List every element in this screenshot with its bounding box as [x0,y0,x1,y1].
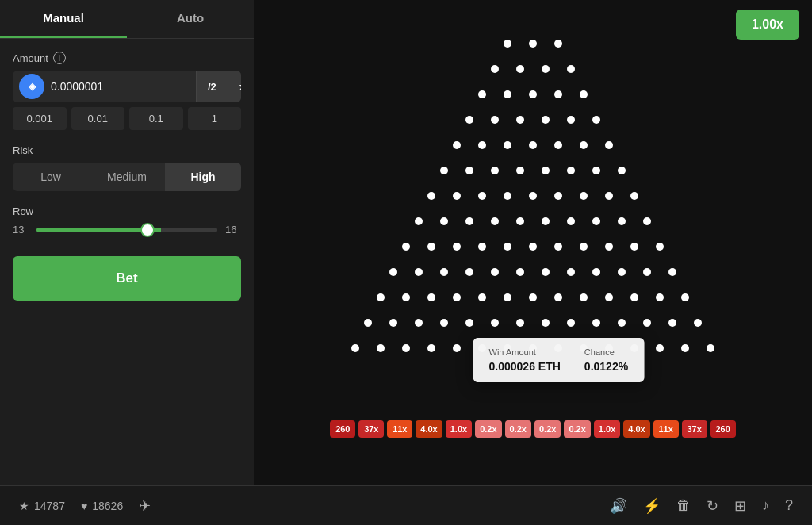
peg [402,243,410,251]
peg [605,293,613,301]
peg [504,40,511,48]
peg [580,141,588,149]
peg [542,65,550,73]
bucket-13[interactable]: 260 [710,420,736,438]
peg [478,293,486,301]
peg-row [465,116,600,124]
peg-row [440,167,626,174]
divide-btn[interactable]: /2 [196,71,228,102]
refresh-icon[interactable]: ↻ [707,497,718,515]
peg [516,116,524,124]
peg [630,293,638,301]
risk-medium[interactable]: Medium [89,163,165,191]
quick-amount-1[interactable]: 0.01 [71,107,125,130]
peg [491,116,499,124]
peg [681,293,689,301]
trash-icon[interactable]: 🗑 [676,497,691,514]
row-section: Row 13 16 [13,205,241,236]
peg [465,217,473,225]
peg [478,192,486,200]
peg [542,268,550,276]
bucket-3[interactable]: 4.0x [416,420,442,438]
peg [580,243,588,251]
risk-high[interactable]: High [165,163,241,191]
bucket-1[interactable]: 37x [358,420,384,438]
peg [516,268,524,276]
peg [542,319,550,327]
peg [364,319,372,327]
bucket-0[interactable]: 260 [330,420,355,438]
music-icon[interactable]: ♪ [762,497,769,514]
quick-amount-3[interactable]: 1 [188,107,242,130]
grid-icon[interactable]: ⊞ [734,497,746,515]
left-panel: Manual Auto Amount i ◈ /2 x2 ▲ ▼ [0,0,254,485]
peg [567,116,575,124]
bucket-8[interactable]: 0.2x [564,420,590,438]
peg [516,217,524,225]
tab-manual[interactable]: Manual [0,0,127,38]
bucket-12[interactable]: 37x [682,420,707,438]
bucket-11[interactable]: 11x [653,420,679,438]
peg [668,268,676,276]
multiply-btn[interactable]: x2 [228,71,241,102]
lightning-icon[interactable]: ⚡ [643,497,661,515]
send-icon[interactable]: ✈ [139,497,151,515]
sound-icon[interactable]: 🔊 [610,497,627,515]
bet-button[interactable]: Bet [13,256,241,301]
risk-low[interactable]: Low [13,163,89,191]
peg [542,167,550,174]
peg [491,167,499,174]
star-stat: ★ 14787 [19,500,65,512]
bucket-7[interactable]: 0.2x [534,420,561,438]
bottom-bar: ★ 14787 ♥ 18626 ✈ 🔊 ⚡ 🗑 ↻ ⊞ ♪ ? [0,485,812,525]
peg [656,293,664,301]
bucket-10[interactable]: 4.0x [623,420,649,438]
peg [643,268,651,276]
peg [478,243,486,251]
peg [427,344,435,352]
peg-row [402,243,664,251]
buckets-row: 26037x11x4.0x1.0x0.2x0.2x0.2x0.2x1.0x4.0… [330,420,735,438]
tabs: Manual Auto [0,0,254,39]
currency-icon: ◈ [19,74,44,99]
peg [402,344,410,352]
peg [453,243,461,251]
bucket-9[interactable]: 1.0x [594,420,620,438]
peg [605,243,613,251]
peg [681,344,689,352]
bucket-2[interactable]: 11x [387,420,412,438]
bucket-6[interactable]: 0.2x [505,420,531,438]
peg [567,167,575,174]
peg [465,167,473,174]
row-slider[interactable] [36,228,217,232]
peg [504,192,511,200]
peg [440,217,448,225]
bucket-5[interactable]: 0.2x [475,420,501,438]
amount-info-icon[interactable]: i [53,52,66,64]
help-icon[interactable]: ? [785,497,793,514]
multiplier-badge[interactable]: 1.00x [736,10,799,40]
peg [592,116,600,124]
peg [465,319,473,327]
quick-amount-0[interactable]: 0.001 [13,107,67,130]
peg [694,319,702,327]
risk-label: Risk [13,144,241,156]
peg [504,90,511,98]
peg [529,40,537,48]
peg [427,293,435,301]
tab-auto[interactable]: Auto [127,0,254,38]
peg [542,217,550,225]
peg [554,192,562,200]
bucket-4[interactable]: 1.0x [446,420,472,438]
game-area: 1.00x Win Amount 0.000026 ETH Chance 0.0… [254,0,812,485]
quick-amount-2[interactable]: 0.1 [129,107,183,130]
panel-body: Amount i ◈ /2 x2 ▲ ▼ 0.001 0.01 0.1 [0,39,254,485]
peg [516,319,524,327]
plinko-board [351,40,714,352]
amount-input[interactable] [44,80,196,93]
peg [491,217,499,225]
peg [377,293,385,301]
peg [542,116,550,124]
tooltip-chance-value: 0.0122% [584,360,628,373]
risk-section: Risk Low Medium High [13,144,241,191]
